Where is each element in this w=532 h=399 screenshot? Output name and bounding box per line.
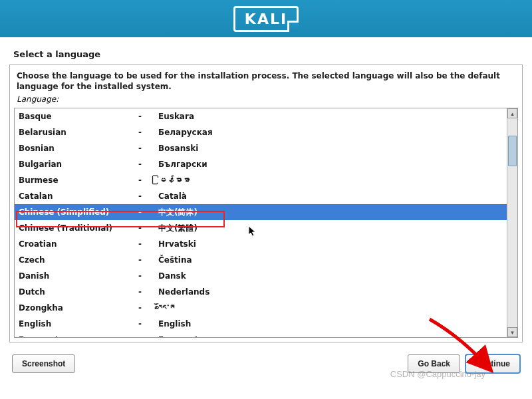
language-row[interactable]: Belarusian-Беларуская [15, 124, 507, 140]
language-english-name: Basque [19, 112, 138, 121]
language-separator: - [138, 287, 158, 297]
language-english-name: Danish [19, 271, 138, 281]
language-native-name: Nederlands [158, 287, 503, 297]
kali-logo: KALI [233, 6, 299, 32]
language-native-name: Беларуская [158, 128, 503, 137]
scroll-up-button[interactable]: ▴ [507, 108, 517, 118]
scroll-down-button[interactable]: ▾ [507, 327, 517, 337]
language-native-name: Català [158, 192, 503, 201]
language-native-name: မြန်မာစာ [158, 176, 503, 185]
language-separator: - [138, 112, 158, 121]
scrollbar[interactable]: ▴ ▾ [507, 108, 517, 337]
language-panel: Choose the language to be used for the i… [9, 65, 523, 342]
language-row[interactable]: Bosnian-Bosanski [15, 140, 507, 156]
language-separator: - [138, 128, 158, 137]
language-english-name: Bulgarian [19, 160, 138, 169]
language-english-name: Bosnian [19, 144, 138, 153]
go-back-button[interactable]: Go Back [408, 354, 460, 373]
language-list[interactable]: Basque-EuskaraBelarusian-БеларускаяBosni… [15, 108, 507, 337]
language-native-name: Euskara [158, 112, 503, 121]
language-separator: - [138, 207, 158, 217]
language-row[interactable]: Bulgarian-Български [15, 156, 507, 172]
language-separator: - [138, 239, 158, 249]
language-separator: - [138, 176, 158, 185]
language-separator: - [138, 223, 158, 233]
language-separator: - [138, 144, 158, 153]
language-separator: - [138, 255, 158, 265]
language-field-label: Language: [10, 93, 522, 108]
language-native-name: Dansk [158, 271, 503, 281]
language-native-name: Čeština [158, 255, 503, 265]
scroll-thumb[interactable] [508, 136, 517, 166]
language-row[interactable]: Esperanto-Esperanto [15, 332, 507, 337]
language-native-name: Hrvatski [158, 239, 503, 249]
language-row[interactable]: Burmese-မြန်မာစာ [15, 172, 507, 188]
language-row[interactable]: Chinese (Simplified)-中文(简体) [15, 204, 507, 220]
continue-button[interactable]: Continue [466, 354, 520, 373]
instruction-text: Choose the language to be used for the i… [10, 65, 522, 93]
language-list-container: Basque-EuskaraBelarusian-БеларускаяBosni… [14, 108, 518, 338]
language-english-name: Esperanto [19, 335, 138, 337]
language-separator: - [138, 271, 158, 281]
language-english-name: Burmese [19, 176, 138, 185]
language-english-name: English [19, 319, 138, 329]
language-english-name: Chinese (Traditional) [19, 223, 138, 233]
language-native-name: 中文(繁體) [158, 223, 503, 234]
language-english-name: Croatian [19, 239, 138, 249]
language-native-name: Esperanto [158, 335, 503, 337]
language-native-name: 中文(简体) [158, 207, 503, 218]
language-english-name: Chinese (Simplified) [19, 207, 138, 217]
language-separator: - [138, 303, 158, 313]
language-english-name: Dzongkha [19, 303, 138, 313]
language-native-name: Bosanski [158, 144, 503, 153]
language-row[interactable]: Dutch-Nederlands [15, 284, 507, 300]
language-separator: - [138, 160, 158, 169]
kali-logo-text: KALI [245, 11, 287, 27]
language-english-name: Czech [19, 255, 138, 265]
language-native-name: Български [158, 160, 503, 169]
language-english-name: Belarusian [19, 128, 138, 137]
language-row[interactable]: English-English [15, 316, 507, 332]
screenshot-button[interactable]: Screenshot [12, 354, 75, 373]
language-row[interactable]: Czech-Čeština [15, 252, 507, 268]
language-row[interactable]: Chinese (Traditional)-中文(繁體) [15, 220, 507, 236]
language-english-name: Dutch [19, 287, 138, 297]
language-separator: - [138, 192, 158, 201]
footer-bar: Screenshot Go Back Continue [0, 342, 532, 385]
language-row[interactable]: Croatian-Hrvatski [15, 236, 507, 252]
language-row[interactable]: Dzongkha-རྫོང་ཁ [15, 300, 507, 316]
language-row[interactable]: Danish-Dansk [15, 268, 507, 284]
language-native-name: རྫོང་ཁ [158, 303, 503, 313]
language-row[interactable]: Basque-Euskara [15, 108, 507, 124]
language-separator: - [138, 335, 158, 337]
language-separator: - [138, 319, 158, 329]
page-title: Select a language [0, 37, 532, 65]
language-native-name: English [158, 319, 503, 329]
language-english-name: Catalan [19, 192, 138, 201]
installer-header: KALI [0, 0, 532, 37]
language-row[interactable]: Catalan-Català [15, 188, 507, 204]
